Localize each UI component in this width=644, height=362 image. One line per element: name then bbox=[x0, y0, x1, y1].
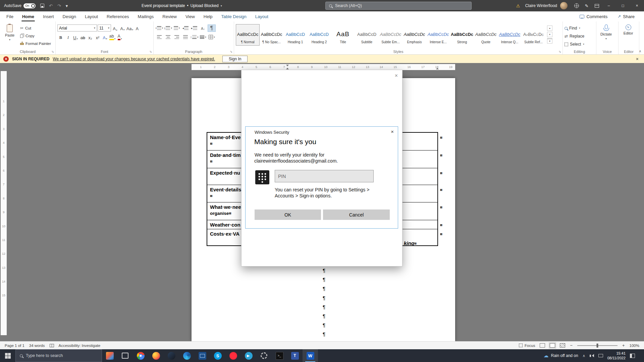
zoom-slider[interactable] bbox=[577, 345, 618, 346]
proofing-button[interactable] bbox=[50, 344, 54, 347]
clock[interactable]: 15:41 08/11/2022 bbox=[607, 351, 626, 361]
zoom-slider-thumb[interactable] bbox=[596, 344, 598, 348]
firefox-icon[interactable] bbox=[148, 349, 164, 362]
style-option[interactable]: AaBbCcDc Strong bbox=[450, 24, 474, 46]
cancel-button[interactable]: Cancel bbox=[323, 209, 390, 220]
style-option[interactable]: AaBbCcD Heading 2 bbox=[307, 24, 331, 46]
clipboard-dialog-launcher[interactable] bbox=[51, 50, 54, 53]
ribbon-tab[interactable]: Mailings bbox=[133, 11, 158, 21]
notification-warning-icon[interactable] bbox=[513, 0, 523, 11]
print-layout-button[interactable] bbox=[550, 343, 555, 348]
font-name-select[interactable]: Arial bbox=[57, 24, 97, 32]
align-center-button[interactable] bbox=[164, 34, 172, 41]
ribbon-display-options-icon[interactable] bbox=[592, 0, 602, 11]
autosave-toggle[interactable]: AutoSave On bbox=[4, 3, 36, 8]
word-icon[interactable] bbox=[303, 349, 318, 362]
shading-button[interactable] bbox=[199, 34, 207, 41]
word-count[interactable]: 34 words bbox=[29, 344, 45, 348]
accessibility-status[interactable]: Accessibility: Investigate bbox=[59, 344, 101, 348]
zoom-out-button[interactable] bbox=[570, 343, 573, 348]
style-option[interactable]: AaBbCcDc Intense E... bbox=[426, 24, 450, 46]
message-text[interactable]: We can't upload or download your changes… bbox=[53, 57, 215, 61]
sort-button[interactable] bbox=[199, 24, 207, 32]
ribbon-tab[interactable]: View bbox=[181, 11, 199, 21]
font-color-button[interactable]: A bbox=[116, 34, 123, 41]
cut-button[interactable]: Cut bbox=[19, 24, 52, 32]
focus-button[interactable]: Focus bbox=[519, 344, 535, 348]
steam-icon[interactable] bbox=[164, 349, 179, 362]
style-option[interactable]: AaBbCcDc Quote bbox=[474, 24, 498, 46]
gallery-more-button[interactable] bbox=[547, 38, 552, 44]
share-button[interactable]: Share bbox=[614, 13, 638, 20]
ribbon-tab[interactable]: Table Design bbox=[217, 11, 251, 21]
font-size-select[interactable]: 11 bbox=[98, 24, 111, 32]
taskbar-search-box[interactable]: Type here to search bbox=[15, 349, 102, 362]
find-button[interactable]: Find bbox=[565, 24, 584, 32]
horizontal-ruler[interactable]: 12345678910111213141516171819 bbox=[192, 64, 455, 70]
copy-button[interactable]: Copy bbox=[19, 32, 52, 40]
styles-dialog-launcher[interactable] bbox=[558, 50, 561, 53]
show-formatting-marks-button[interactable] bbox=[208, 24, 216, 32]
gallery-scroll-up-button[interactable] bbox=[547, 25, 552, 31]
message-bar-close-icon[interactable] bbox=[636, 56, 639, 62]
weather-widget[interactable]: Rain off and on bbox=[544, 353, 578, 359]
style-option[interactable]: AaBbCcDc Subtle Ref... bbox=[522, 24, 545, 46]
right-indent-marker[interactable] bbox=[436, 66, 439, 69]
italic-button[interactable]: I bbox=[65, 34, 71, 41]
read-mode-button[interactable] bbox=[540, 343, 545, 348]
paste-button[interactable]: Paste bbox=[2, 23, 18, 48]
increase-indent-button[interactable] bbox=[190, 24, 198, 32]
ok-button[interactable]: OK bbox=[255, 209, 321, 220]
format-painter-button[interactable]: Format Painter bbox=[19, 40, 52, 47]
style-option[interactable]: AaBbCcD Heading 1 bbox=[283, 24, 307, 46]
paragraph-dialog-launcher[interactable] bbox=[230, 50, 232, 53]
highlight-button[interactable]: ab bbox=[109, 34, 116, 41]
settings-icon[interactable] bbox=[256, 349, 272, 362]
action-center-button[interactable] bbox=[630, 354, 635, 358]
ribbon-tab[interactable]: Review bbox=[158, 11, 181, 21]
justify-button[interactable] bbox=[181, 34, 190, 41]
style-option[interactable]: AaB Title bbox=[331, 24, 355, 46]
volume-icon[interactable] bbox=[590, 354, 594, 357]
maximize-button[interactable] bbox=[616, 0, 630, 11]
subscript-button[interactable]: x₂ bbox=[87, 34, 94, 41]
style-option[interactable]: AaBbCcDc Emphasis bbox=[402, 24, 426, 46]
style-option[interactable]: AaBbCcDc ¶ Normal bbox=[236, 24, 260, 46]
avatar[interactable] bbox=[560, 2, 568, 9]
align-right-button[interactable] bbox=[173, 34, 181, 41]
minimize-button[interactable] bbox=[602, 0, 616, 11]
ribbon-tab[interactable]: Help bbox=[199, 11, 217, 21]
host-close-icon[interactable] bbox=[395, 73, 398, 79]
style-option[interactable]: AaBbCcD Subtitle bbox=[355, 24, 379, 46]
skype-icon[interactable] bbox=[210, 349, 225, 362]
font-dialog-launcher[interactable] bbox=[149, 50, 152, 53]
edge-icon[interactable] bbox=[179, 349, 195, 362]
editor-button[interactable]: Editor bbox=[620, 23, 636, 48]
ribbon-tab[interactable]: Insert bbox=[39, 11, 58, 21]
search-box[interactable]: Search (Alt+Q) bbox=[325, 2, 472, 10]
document-title-group[interactable]: Event proposal template • Upload Blocked bbox=[142, 0, 222, 11]
pen-mode-icon[interactable] bbox=[582, 0, 592, 11]
grow-font-button[interactable]: A bbox=[112, 24, 118, 32]
text-effects-button[interactable]: A bbox=[102, 34, 108, 41]
web-layout-button[interactable] bbox=[560, 343, 565, 348]
borders-button[interactable] bbox=[208, 34, 216, 41]
close-window-button[interactable] bbox=[630, 0, 644, 11]
opera-icon[interactable] bbox=[225, 349, 241, 362]
telegram-icon[interactable] bbox=[241, 349, 256, 362]
tray-expand-chevron-icon[interactable] bbox=[583, 354, 585, 358]
page-indicator[interactable]: Page 1 of 1 bbox=[5, 344, 24, 348]
ribbon-tab[interactable]: Layout bbox=[251, 11, 273, 21]
sign-in-button[interactable]: Sign In bbox=[222, 56, 248, 62]
photos-icon[interactable] bbox=[102, 349, 117, 362]
pin-input[interactable] bbox=[275, 170, 374, 182]
task-view-icon[interactable] bbox=[117, 349, 133, 362]
align-left-button[interactable] bbox=[155, 34, 163, 41]
gallery-scroll-down-button[interactable] bbox=[547, 32, 552, 37]
terminal-icon[interactable] bbox=[272, 349, 287, 362]
shrink-font-button[interactable]: A bbox=[119, 24, 126, 32]
multilevel-list-button[interactable] bbox=[173, 24, 181, 32]
select-button[interactable]: Select bbox=[565, 40, 584, 48]
zoom-in-button[interactable] bbox=[622, 343, 625, 348]
customize-quick-access-chevron-icon[interactable] bbox=[66, 3, 68, 8]
